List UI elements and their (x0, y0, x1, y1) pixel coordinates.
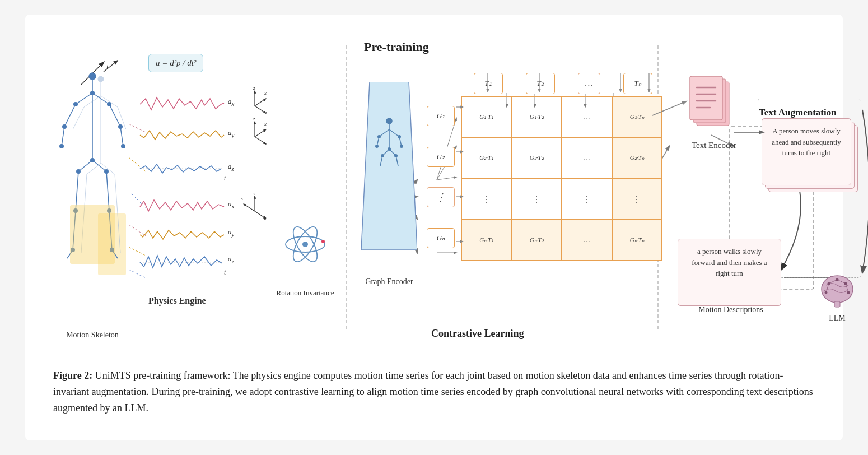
page-container: t Motion Skeleton a = d²p / dt² (25, 15, 843, 440)
svg-point-122 (394, 154, 398, 157)
svg-line-40 (106, 171, 109, 211)
motion-skeleton-label: Motion Skeleton (56, 331, 129, 340)
cell-21: G₂·T₁ (461, 137, 512, 178)
caption-text: UniMTS pre-training framework: The physi… (53, 370, 813, 414)
cell-d2: ⋮ (512, 179, 562, 220)
svg-text:t: t (106, 63, 109, 71)
cell-dd: ⋮ (562, 179, 612, 220)
svg-point-49 (118, 124, 123, 129)
matrix-to-encoder-arrow (650, 87, 694, 132)
svg-rect-157 (834, 301, 840, 307)
text-augmentation-label: Text Augmentation (759, 107, 837, 118)
atom-icon (283, 222, 328, 267)
cell-2n: G₂·Tₙ (612, 137, 662, 178)
svg-point-120 (388, 147, 391, 151)
cell-1d: … (562, 96, 612, 137)
svg-line-37 (78, 160, 92, 171)
svg-text:z: z (253, 86, 255, 91)
motion-descriptions-label: Motion Descriptions (675, 305, 787, 314)
svg-text:x: x (264, 90, 267, 96)
cell-n2: Gₙ·T₂ (512, 220, 562, 261)
axis-xyz-3: y x z (241, 192, 269, 220)
wave-az2 (137, 251, 227, 273)
diagram-area: t Motion Skeleton a = d²p / dt² (48, 31, 820, 356)
svg-line-30 (76, 93, 92, 104)
cell-nd: … (562, 220, 612, 261)
formula-box: a = d²p / dt² (148, 54, 203, 72)
svg-line-85 (255, 129, 266, 137)
cell-nn: Gₙ·Tₙ (612, 220, 662, 261)
svg-point-46 (73, 102, 78, 106)
svg-point-45 (90, 91, 95, 95)
svg-line-33 (109, 104, 120, 127)
svg-point-121 (381, 154, 384, 157)
svg-rect-75 (70, 205, 115, 264)
cell-11: G₁·T₁ (461, 96, 512, 137)
svg-text:y: y (264, 110, 267, 114)
doc-stack-icon (689, 76, 736, 135)
pretraining-label: Pre-training (364, 40, 429, 54)
svg-line-108 (389, 129, 399, 137)
svg-point-50 (59, 144, 64, 148)
contrastive-learning-label: Contrastive Learning (431, 328, 524, 340)
svg-line-69 (115, 174, 118, 213)
text-desc-top-stack: A person moves slowly ahead and subseque… (762, 118, 857, 208)
left-physics-section: t Motion Skeleton a = d²p / dt² (48, 31, 344, 345)
caption-label: Figure 2: (53, 370, 92, 381)
svg-point-59 (98, 76, 104, 82)
svg-line-66 (87, 163, 101, 174)
svg-point-105 (386, 118, 392, 124)
svg-point-103 (321, 240, 325, 243)
llm-label: LLM (812, 314, 862, 323)
cell-dn: ⋮ (612, 179, 662, 220)
svg-line-63 (73, 107, 84, 129)
svg-point-119 (400, 145, 403, 148)
augmentation-curve-arrow (857, 104, 868, 278)
svg-point-117 (398, 135, 401, 138)
physics-engine-label: Physics Engine (148, 296, 206, 306)
svg-point-54 (104, 169, 109, 174)
svg-point-48 (62, 124, 67, 129)
encoder-to-desc-arrow (731, 118, 770, 146)
skeleton-inside-encoder (372, 115, 406, 171)
svg-line-39 (76, 171, 78, 211)
t-to-matrix-arrows (461, 71, 662, 99)
rotation-invariance-area: Rotation Invariance (272, 222, 339, 295)
svg-line-140 (652, 101, 686, 115)
rotation-invariance-label: Rotation Invariance (266, 289, 344, 298)
graph-encoder-label: Graph Encoder (361, 277, 417, 286)
svg-line-71 (118, 213, 120, 253)
brain-icon (818, 271, 857, 310)
svg-point-52 (90, 158, 95, 162)
g-to-matrix-arrows (423, 87, 468, 261)
matrix-grid: G₁·T₁ G₁·T₂ … G₁·Tₙ G₂·T₁ G₂·T₂ … G₂·Tₙ … (461, 96, 662, 261)
caption-area: Figure 2: UniMTS pre-training framework:… (48, 368, 820, 416)
svg-point-102 (302, 242, 308, 247)
cell-22: G₂·T₂ (512, 137, 562, 178)
middle-section: Pre-training (358, 31, 672, 345)
cell-n1: Gₙ·T₁ (461, 220, 512, 261)
svg-point-53 (76, 169, 81, 174)
svg-line-93 (244, 204, 255, 211)
right-section: Text Encoder A person moves slowly ahead… (675, 31, 865, 345)
wave-az1 (137, 157, 227, 180)
svg-point-28 (89, 73, 96, 80)
physics-waves-area: a = d²p / dt² ax z x y (137, 48, 272, 312)
svg-text:y: y (253, 192, 255, 196)
wave-ax2 (137, 197, 227, 216)
svg-line-107 (379, 129, 389, 137)
cell-2d: … (562, 137, 612, 178)
svg-text:x: x (264, 121, 267, 127)
svg-line-32 (64, 104, 76, 127)
svg-line-35 (120, 127, 123, 146)
wave-ay1 (137, 124, 227, 146)
text-desc-bottom: a person walks slowly forward and then m… (678, 239, 781, 306)
wave-ax1 (137, 93, 227, 115)
cell-d1: ⋮ (461, 179, 512, 220)
svg-line-73 (104, 61, 118, 72)
cell-12: G₁·T₂ (512, 96, 562, 137)
llm-area: LLM (812, 271, 862, 323)
svg-line-78 (255, 99, 266, 106)
svg-point-118 (375, 145, 379, 148)
skeleton-svg: t (53, 48, 132, 295)
